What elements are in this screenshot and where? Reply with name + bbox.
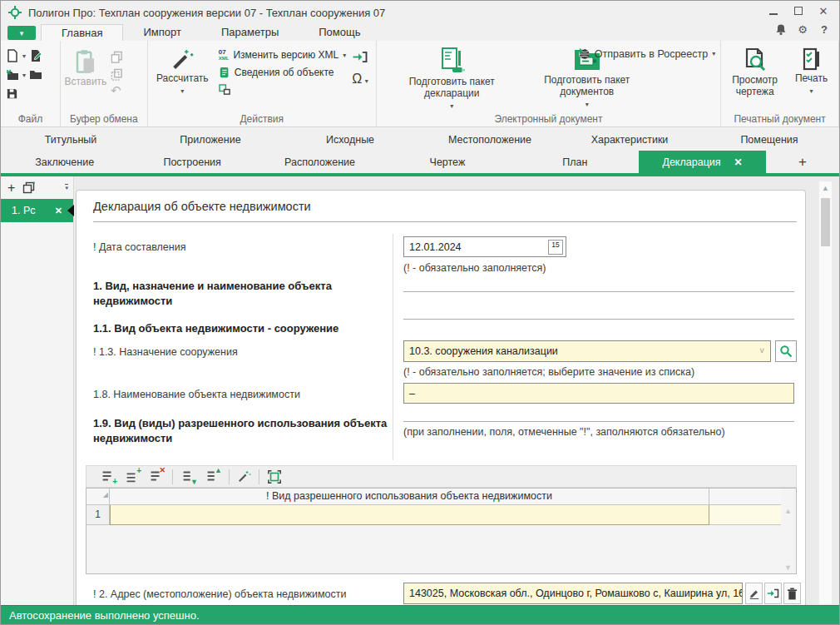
date-label: ! Дата составления <box>93 241 185 253</box>
tab-kharakteristiki[interactable]: Характеристики <box>560 134 699 146</box>
magic-wand-icon <box>170 47 194 71</box>
tab-titulnyj[interactable]: Титульный <box>1 134 141 146</box>
table-select-all-cell[interactable]: ◢ <box>86 489 110 505</box>
vertical-scrollbar[interactable]: ▲ <box>818 181 833 605</box>
package-declaration-button[interactable]: Подготовить пакет декларации ▾ <box>383 44 521 110</box>
import-icon[interactable] <box>352 51 368 63</box>
ribbon-group-edoc: Подготовить пакет декларации ▾ Подготови… <box>377 41 721 126</box>
tab-chertezh[interactable]: Чертеж <box>383 156 511 168</box>
move-row-up-button[interactable]: ▲ <box>205 469 221 485</box>
folder-icon[interactable] <box>29 68 42 82</box>
address-value: 143025, Московская обл., Одинцово г, Ром… <box>409 588 743 599</box>
minimize-icon <box>769 13 778 15</box>
scrollbar-thumb[interactable] <box>821 198 830 246</box>
close-icon[interactable]: ✕ <box>734 156 743 168</box>
settings-gear-icon[interactable]: ⚙ <box>796 23 809 36</box>
ribbon-group-actions: Рассчитать ▾ 07 XML Изменить версию XML … <box>148 41 377 126</box>
menu-tab-parametry[interactable]: Параметры <box>201 24 299 41</box>
purpose-combobox[interactable]: 10.3. сооружения канализации ˅ <box>403 340 771 362</box>
change-xml-version-button[interactable]: 07 XML Изменить версию XML ▾ <box>219 49 346 61</box>
menu-tab-import[interactable]: Импорт <box>123 24 200 41</box>
form-title: Декларация об объекте недвижимости <box>93 200 311 213</box>
name-label: 1.8. Наименование объекта недвижимости <box>93 389 300 400</box>
corner-triangle-icon: ◢ <box>103 491 108 499</box>
copy-icon[interactable] <box>111 51 123 63</box>
table-scrollbar[interactable]: ▲ ▼ <box>782 507 794 572</box>
purpose-search-button[interactable] <box>775 340 797 362</box>
ribbon-group-clipboard: Вставить ↶ Буфер обмена <box>61 41 148 126</box>
symbol-button[interactable]: Ω ▾ <box>352 72 368 87</box>
menu-tab-pomoshch[interactable]: Помощь <box>299 24 380 41</box>
pencil-icon <box>749 588 760 599</box>
table-column-header[interactable]: ! Вид разрешенного использования объекта… <box>110 489 709 505</box>
tab-mestopolozhenie[interactable]: Местоположение <box>420 134 560 146</box>
expand-table-icon[interactable] <box>267 469 282 484</box>
chevron-down-icon[interactable]: ▾ <box>22 52 26 60</box>
open-address-button[interactable] <box>764 583 782 604</box>
send-rosreestr-button[interactable]: Отправить в Росреестр ▾ <box>576 47 715 60</box>
preview-drawing-button[interactable]: Просмотр чертежа <box>725 44 785 123</box>
scroll-up-icon[interactable]: ▲ <box>784 507 792 515</box>
edit-document-icon[interactable] <box>29 49 42 62</box>
name-input[interactable]: – <box>403 383 794 404</box>
sidebar-menu-icon[interactable]: ▾ <box>65 184 68 191</box>
edit-address-button[interactable] <box>745 583 763 604</box>
add-tab-button[interactable]: + <box>766 154 839 171</box>
insert-row-button[interactable]: + <box>124 469 141 485</box>
delete-address-button[interactable] <box>783 583 801 604</box>
object-info-button[interactable]: Сведения об объекте <box>219 67 346 78</box>
tab-prilozhenie[interactable]: Приложение <box>141 134 280 146</box>
purpose-value: 10.3. сооружения канализации <box>409 345 558 357</box>
tab-plan[interactable]: План <box>511 156 639 168</box>
autofill-wand-icon[interactable] <box>237 469 251 484</box>
table-row: 1 <box>86 505 796 525</box>
duplicate-object-icon[interactable] <box>22 181 36 195</box>
tab-zaklyuchenie[interactable]: Заключение <box>1 156 128 168</box>
open-file-icon[interactable] <box>6 68 19 82</box>
tab-deklaratsiya[interactable]: Декларация ✕ <box>639 151 766 173</box>
menu-tab-glavnaya[interactable]: Главная <box>41 24 123 41</box>
usage-value-cell[interactable] <box>110 505 709 525</box>
new-document-icon[interactable] <box>6 49 19 62</box>
date-input[interactable]: 12.01.2024 15 <box>403 236 566 257</box>
maximize-button[interactable] <box>786 1 811 21</box>
delete-row-button[interactable]: ✕ <box>148 469 165 485</box>
tab-raspolozhenie[interactable]: Расположение <box>256 156 383 168</box>
tab-iskhodnye[interactable]: Исходные <box>280 134 420 146</box>
close-icon[interactable]: ✕ <box>55 206 62 216</box>
add-row-button[interactable]: + <box>100 469 116 485</box>
chevron-down-icon[interactable]: ˅ <box>759 346 764 355</box>
paste-button[interactable]: Вставить <box>64 46 107 122</box>
group-label-clipboard: Буфер обмена <box>61 113 147 125</box>
file-menu-button[interactable]: ▾ <box>7 26 36 40</box>
paste-special-icon[interactable] <box>111 68 123 81</box>
scroll-down-icon[interactable]: ▼ <box>784 563 792 572</box>
minimize-button[interactable] <box>761 1 786 21</box>
move-row-down-button[interactable]: ▼ <box>180 469 197 485</box>
change-xml-version-label: Изменить версию XML <box>233 49 338 61</box>
tab-postroeniya[interactable]: Построения <box>128 156 255 168</box>
address-input[interactable]: 143025, Московская обл., Одинцово г, Ром… <box>403 583 743 604</box>
paste-label: Вставить <box>64 77 106 88</box>
help-icon[interactable]: ? <box>818 23 831 36</box>
link-objects-button[interactable] <box>219 84 346 96</box>
table-extra-column-header <box>709 489 781 505</box>
undo-icon[interactable]: ↶ <box>111 86 123 96</box>
notifications-icon[interactable] <box>774 23 788 36</box>
close-button[interactable]: ✕ <box>811 1 836 21</box>
object-info-icon <box>219 67 230 78</box>
scroll-up-icon[interactable]: ▲ <box>819 181 832 195</box>
status-message: Автосохранение выполнено успешно. <box>9 609 200 622</box>
chevron-down-icon[interactable]: ▾ <box>22 72 26 79</box>
calendar-icon[interactable]: 15 <box>548 240 563 255</box>
object-tab-1[interactable]: 1. Рс ✕ <box>1 199 73 222</box>
row-number-cell[interactable]: 1 <box>86 505 110 525</box>
usage-extra-cell[interactable] <box>709 505 781 525</box>
calendar-day: 15 <box>549 241 562 249</box>
calculate-button[interactable]: Рассчитать ▾ <box>150 44 215 123</box>
group-label-actions: Действия <box>148 113 376 125</box>
add-object-button[interactable]: + <box>7 181 15 195</box>
print-button[interactable]: Печать ▾ <box>788 44 835 123</box>
tab-pomeshcheniya[interactable]: Помещения <box>699 134 839 146</box>
save-icon[interactable] <box>6 87 18 100</box>
